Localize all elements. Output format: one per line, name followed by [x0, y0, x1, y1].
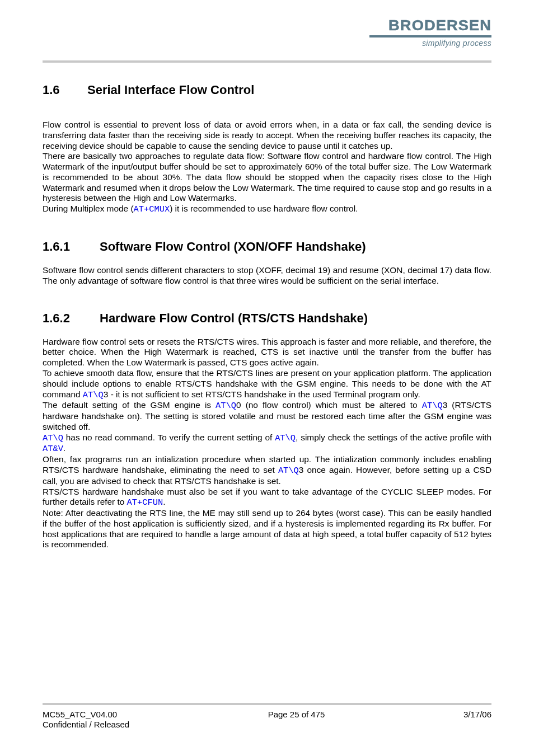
logo-wordmark: BRODERSEN: [363, 17, 491, 34]
text-span: .: [63, 443, 65, 453]
paragraph: During Multiplex mode (AT+CMUX) it is re…: [43, 204, 491, 215]
heading-1-6-1: 1.6.1 Software Flow Control (XON/OFF Han…: [43, 240, 491, 254]
heading-number: 1.6: [43, 83, 87, 97]
paragraph: RTS/CTS hardware handshake must also be …: [43, 487, 491, 509]
link-at-cfun[interactable]: AT+CFUN: [127, 497, 163, 508]
footer-doc-id: MC55_ATC_V04.00: [43, 710, 129, 720]
link-at-cmux[interactable]: AT+CMUX: [134, 204, 170, 214]
text-span: .: [163, 497, 165, 506]
paragraph: There are basically two approaches to re…: [43, 151, 491, 204]
link-at-amp-v[interactable]: AT&V: [43, 444, 63, 454]
paragraph: To achieve smooth data flow, ensure that…: [43, 368, 491, 400]
link-at-q[interactable]: AT\Q: [216, 401, 236, 411]
paragraph: AT\Q has no read command. To verify the …: [43, 433, 491, 455]
heading-1-6: 1.6 Serial Interface Flow Control: [43, 83, 491, 97]
heading-title: Serial Interface Flow Control: [87, 83, 254, 97]
page-header: BRODERSEN simplifying process: [43, 17, 491, 55]
paragraph: Flow control is essential to prevent los…: [43, 120, 491, 151]
paragraph: Hardware flow control sets or resets the…: [43, 337, 491, 368]
link-at-q[interactable]: AT\Q: [83, 390, 104, 400]
text-span: 0 (no flow control) which must be altere…: [236, 400, 422, 410]
text-span: ) it is recommended to use hardware flow…: [170, 204, 358, 213]
footer-page-number: Page 25 of 475: [268, 710, 325, 731]
text-span: The default setting of the GSM engine is: [43, 400, 216, 410]
text-span: 3 - it is not sufficient to set RTS/CTS …: [104, 389, 420, 399]
paragraph: Software flow control sends different ch…: [43, 265, 491, 287]
brand-logo: BRODERSEN simplifying process: [369, 17, 491, 48]
footer-left: MC55_ATC_V04.00 Confidential / Released: [43, 710, 129, 731]
heading-number: 1.6.2: [43, 311, 100, 326]
link-at-q[interactable]: AT\Q: [422, 401, 443, 411]
footer-date: 3/17/06: [463, 710, 491, 731]
page-container: BRODERSEN simplifying process 1.6 Serial…: [0, 0, 534, 550]
paragraph: Note: After deactivating the RTS line, t…: [43, 508, 491, 550]
content-area: 1.6 Serial Interface Flow Control Flow c…: [43, 63, 491, 550]
heading-title: Hardware Flow Control (RTS/CTS Handshake…: [100, 311, 368, 326]
logo-underline: [369, 35, 491, 37]
heading-number: 1.6.1: [43, 240, 100, 254]
footer-divider: [43, 703, 491, 705]
text-span: RTS/CTS hardware handshake must also be …: [43, 487, 491, 507]
paragraph: Often, fax programs run an intialization…: [43, 454, 491, 486]
text-span: During Multiplex mode (: [43, 204, 134, 213]
heading-1-6-2: 1.6.2 Hardware Flow Control (RTS/CTS Han…: [43, 311, 491, 326]
text-span: has no read command. To verify the curre…: [63, 433, 275, 442]
text-span: , simply check the settings of the activ…: [296, 433, 491, 442]
page-footer: MC55_ATC_V04.00 Confidential / Released …: [43, 703, 491, 731]
footer-classification: Confidential / Released: [43, 720, 129, 730]
heading-title: Software Flow Control (XON/OFF Handshake…: [100, 240, 366, 254]
link-at-q[interactable]: AT\Q: [43, 433, 63, 443]
logo-tagline: simplifying process: [369, 39, 491, 48]
link-at-q[interactable]: AT\Q: [278, 466, 299, 476]
paragraph: The default setting of the GSM engine is…: [43, 400, 491, 432]
link-at-q[interactable]: AT\Q: [275, 433, 296, 443]
